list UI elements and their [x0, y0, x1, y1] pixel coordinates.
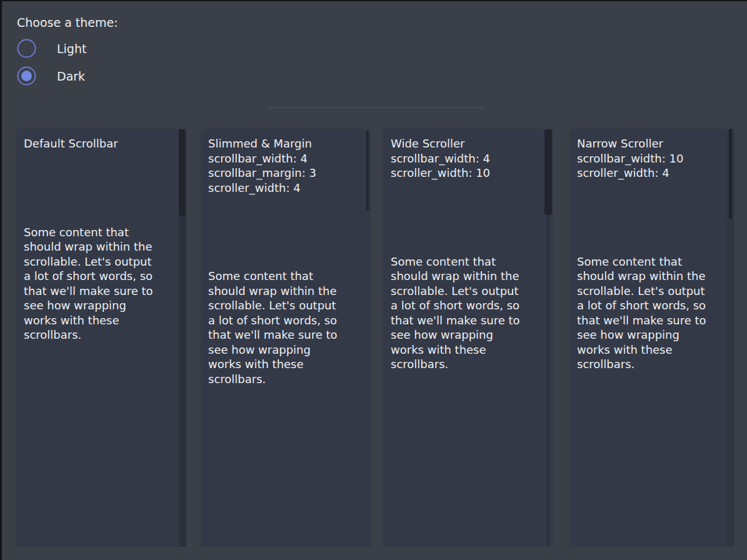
panel-param: scrollbar_margin: 3	[208, 166, 359, 181]
scrollbar-track[interactable]	[727, 129, 734, 547]
scroll-panel-wide-scroller[interactable]: Wide Scroller scrollbar_width: 4 scrolle…	[383, 129, 553, 547]
scroll-panel-narrow-scroller[interactable]: Narrow Scroller scrollbar_width: 10 scro…	[569, 129, 734, 547]
panel-header: Narrow Scroller scrollbar_width: 10 scro…	[577, 136, 723, 181]
scrollbar-thumb[interactable]	[366, 131, 369, 211]
app-window: Choose a theme: Light Dark Defau	[0, 0, 747, 560]
panel-param: scrollbar_width: 4	[391, 151, 542, 166]
scrollbar-track[interactable]	[366, 131, 369, 545]
radio-option-dark[interactable]: Dark	[17, 66, 118, 86]
scrollbar-thumb[interactable]	[729, 129, 732, 219]
panel-title: Default Scrollbar	[24, 136, 175, 151]
horizontal-separator	[267, 107, 484, 108]
scroll-panel-default[interactable]: Default Scrollbar Some content that shou…	[16, 129, 186, 547]
panel-header: Default Scrollbar	[24, 136, 175, 151]
scrollbar-track[interactable]	[179, 129, 186, 547]
scroll-panel-slimmed-margin[interactable]: Slimmed & Margin scrollbar_width: 4 scro…	[201, 129, 371, 547]
scroll-viewport[interactable]: Narrow Scroller scrollbar_width: 10 scro…	[577, 136, 723, 542]
panel-param: scrollbar_width: 4	[208, 151, 359, 166]
panel-param: scroller_width: 4	[577, 166, 723, 181]
panel-content-text: Some content that should wrap within the…	[577, 254, 709, 372]
panel-param: scroller_width: 4	[208, 181, 359, 196]
scroll-viewport[interactable]: Slimmed & Margin scrollbar_width: 4 scro…	[208, 136, 359, 542]
panel-param: scroller_width: 10	[391, 166, 542, 181]
radio-label-light: Light	[57, 42, 86, 56]
panel-title: Slimmed & Margin	[208, 136, 359, 151]
radio-unselected-icon[interactable]	[17, 39, 36, 58]
scrollbar-thumb[interactable]	[544, 129, 552, 215]
panel-param: scrollbar_width: 10	[577, 151, 723, 166]
radio-selected-icon[interactable]	[17, 66, 36, 86]
scroll-viewport[interactable]: Default Scrollbar Some content that shou…	[24, 136, 175, 542]
scroll-viewport[interactable]: Wide Scroller scrollbar_width: 4 scrolle…	[391, 136, 542, 542]
panel-header: Slimmed & Margin scrollbar_width: 4 scro…	[208, 136, 359, 195]
panel-header: Wide Scroller scrollbar_width: 4 scrolle…	[391, 136, 542, 181]
panel-content-text: Some content that should wrap within the…	[391, 254, 523, 372]
panel-title: Narrow Scroller	[577, 136, 723, 151]
radio-label-dark: Dark	[57, 69, 85, 83]
radio-option-light[interactable]: Light	[17, 39, 118, 58]
panel-content-text: Some content that should wrap within the…	[208, 269, 341, 386]
panel-title: Wide Scroller	[391, 136, 542, 151]
panel-content-text: Some content that should wrap within the…	[24, 225, 156, 342]
theme-chooser: Choose a theme: Light Dark	[17, 15, 118, 94]
scrollbar-thumb[interactable]	[179, 129, 185, 216]
theme-chooser-label: Choose a theme:	[17, 15, 118, 30]
